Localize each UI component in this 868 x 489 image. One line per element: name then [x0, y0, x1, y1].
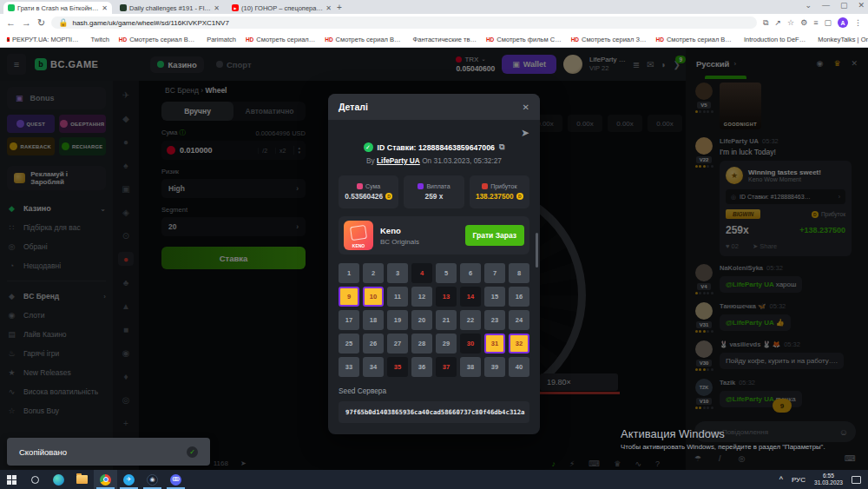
keno-number-21: 21 — [436, 310, 457, 330]
bookmark-item[interactable]: ▶РЕКРУТ.UA: МОРПІ… — [7, 36, 79, 43]
close-button[interactable]: ✕ — [858, 1, 865, 10]
steam-icon: ◉ — [147, 474, 158, 486]
hd-bookmark-icon: HD — [119, 36, 127, 43]
coin-icon: D — [385, 193, 392, 200]
minimize-button[interactable]: — — [822, 1, 830, 10]
taskbar-chrome[interactable] — [94, 470, 117, 489]
keno-number-5: 5 — [436, 263, 457, 283]
hd-bookmark-icon: HD — [486, 36, 494, 43]
browser-tab[interactable]: Daily challenges #191 - Flash Ch✕ — [115, 2, 224, 14]
keno-number-37: 37 — [436, 357, 457, 377]
keno-number-1: 1 — [339, 263, 359, 283]
bookmark-item[interactable]: HDСмотреть сериал… — [246, 36, 315, 43]
forward-button[interactable]: → — [22, 18, 31, 28]
extensions-icon[interactable]: ⚙ — [800, 18, 807, 27]
bookmark-star-icon[interactable]: ☆ — [787, 18, 794, 27]
keno-number-19: 19 — [387, 310, 408, 330]
back-button[interactable]: ← — [6, 18, 16, 28]
taskbar-telegram[interactable]: ✈ — [117, 470, 141, 489]
tab-close-icon[interactable]: ✕ — [214, 4, 220, 12]
tab-favicon: ▶ — [232, 4, 239, 11]
stat-icon — [357, 183, 363, 189]
tab-search-icon[interactable]: ⌄ — [805, 1, 812, 10]
keno-number-12: 12 — [411, 287, 432, 307]
keno-number-22: 22 — [460, 310, 481, 330]
keno-number-23: 23 — [484, 310, 505, 330]
keno-number-17: 17 — [339, 310, 359, 330]
keno-number-33: 33 — [339, 357, 359, 377]
seed-value[interactable]: 97f65b0d1403865936ca40cad58660737c80f46d… — [339, 401, 529, 423]
url-bar[interactable]: 🔒 hash.game/uk/game/wheel#/sd/116KIVKPXC… — [51, 17, 757, 29]
bet-stats: Сума0.53560426DВиплата259 xПрибуток138.2… — [339, 175, 529, 208]
keno-grid: 1234567891011121314151617181920212223242… — [339, 263, 529, 377]
side-panel-icon[interactable]: ▢ — [824, 18, 832, 27]
bookmark-item[interactable]: Twitch — [89, 36, 109, 43]
bet-user-link[interactable]: LifeParty UA — [377, 156, 420, 165]
keno-number-25: 25 — [339, 334, 359, 354]
taskbar-steam[interactable]: ◉ — [141, 470, 164, 489]
bookmark-item[interactable]: HDСмотреть сериал В… — [119, 36, 194, 43]
keno-number-16: 16 — [509, 287, 529, 307]
keno-number-8: 8 — [509, 263, 529, 283]
explorer-icon — [76, 475, 88, 484]
bookmark-item[interactable]: Фантастические тв… — [411, 36, 477, 43]
copied-toast: Скопійовано ✓ — [7, 438, 210, 466]
tab-close-icon[interactable]: ✕ — [326, 4, 332, 12]
keno-number-38: 38 — [460, 357, 481, 377]
game-card: KENO KenoBC Originals Грати Зараз — [339, 216, 529, 254]
language-indicator[interactable]: РУС — [792, 476, 806, 484]
keno-number-13: 13 — [436, 287, 457, 307]
browser-tab[interactable]: Грати в Crash на Біткойни онлай✕ — [3, 2, 112, 14]
keno-number-4: 4 — [411, 263, 432, 283]
keno-number-18: 18 — [363, 310, 384, 330]
discord-icon: ↂ — [170, 474, 181, 486]
keno-number-10: 10 — [363, 287, 384, 307]
modal-header: Деталі ✕ — [328, 94, 540, 120]
game-provider: BC Originals — [380, 238, 419, 246]
browser-tab[interactable]: ▶(10) ГОНОР – спецоперац…✕ — [227, 2, 336, 14]
stat-icon — [482, 183, 488, 189]
cast-icon[interactable]: ⧉ — [763, 18, 768, 28]
copy-icon[interactable]: ⧉ — [499, 142, 504, 152]
telegram-icon: ✈ — [123, 474, 135, 486]
browser-chrome: Грати в Crash на Біткойни онлай✕Daily ch… — [0, 0, 868, 48]
keno-number-28: 28 — [411, 334, 432, 354]
notification-center-icon[interactable] — [852, 476, 861, 484]
taskbar-edge[interactable] — [47, 470, 70, 489]
profile-avatar[interactable]: A — [838, 17, 848, 28]
modal-close-icon[interactable]: ✕ — [523, 102, 529, 112]
taskbar-discord[interactable]: ↂ — [164, 470, 187, 489]
search-button[interactable] — [23, 470, 47, 489]
share-bet-icon[interactable]: ➤ — [339, 125, 529, 141]
play-now-button[interactable]: Грати Зараз — [465, 225, 524, 246]
taskbar-explorer[interactable] — [70, 470, 94, 489]
clock[interactable]: 6:5531.03.2023 — [814, 472, 843, 486]
bookmark-item[interactable]: MonkeyTalks | On-c… — [815, 36, 868, 43]
bookmark-item[interactable]: HDСмотреть сериал В… — [656, 36, 732, 43]
start-button[interactable] — [0, 470, 23, 489]
share-icon[interactable]: ↗ — [775, 18, 782, 27]
windows-activation-watermark: Активация Windows Чтобы активировать Win… — [621, 427, 825, 451]
reading-list-icon[interactable]: ≡ — [813, 18, 818, 27]
reload-button[interactable]: ↻ — [37, 18, 45, 28]
bookmark-item[interactable]: HDСмотреть сериал В… — [325, 36, 400, 43]
maximize-button[interactable]: ▢ — [840, 1, 848, 10]
keno-number-3: 3 — [387, 263, 408, 283]
verified-icon: ✓ — [364, 142, 373, 152]
keno-number-27: 27 — [387, 334, 408, 354]
keno-number-32: 32 — [509, 334, 529, 354]
tab-favicon — [120, 4, 127, 11]
keno-game-icon: KENO — [344, 221, 373, 250]
tray-expand-icon[interactable]: ^ — [779, 475, 783, 484]
modal-scrollbar[interactable] — [536, 233, 538, 268]
edge-icon — [53, 474, 64, 486]
bookmark-item[interactable]: HDСмотреть фильм С… — [486, 36, 562, 43]
bookmark-item[interactable]: Introduction to DeF… — [741, 36, 806, 43]
bookmark-item[interactable]: HDСмотреть сериал З… — [571, 36, 647, 43]
bookmark-item[interactable]: Parimatch — [204, 36, 236, 43]
menu-kebab-icon[interactable]: ⋮ — [854, 18, 862, 27]
keno-number-2: 2 — [363, 263, 384, 283]
tab-close-icon[interactable]: ✕ — [102, 4, 108, 12]
hd-bookmark-icon: HD — [325, 36, 332, 43]
new-tab-button[interactable]: + — [337, 3, 342, 12]
